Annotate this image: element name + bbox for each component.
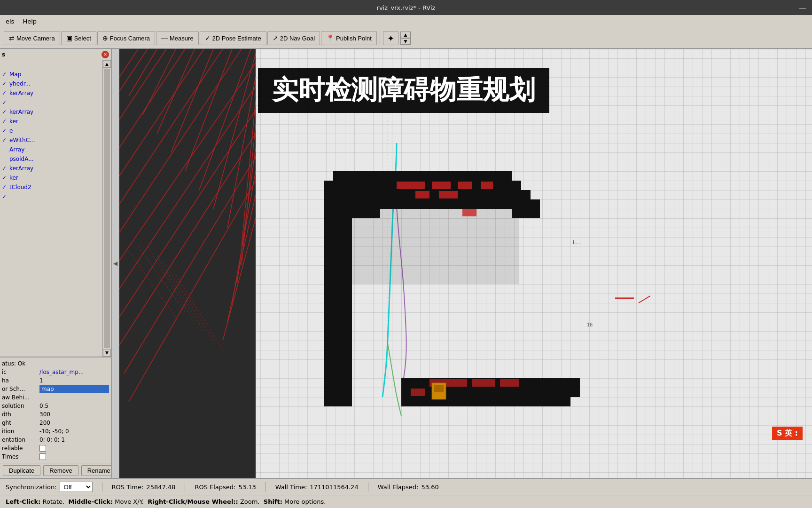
svg-rect-103 bbox=[371, 199, 380, 209]
sidebar-item-psoida[interactable]: psoidA... bbox=[0, 154, 111, 164]
prop-orientation: entation 0; 0; 0; 1 bbox=[2, 436, 109, 444]
duplicate-button[interactable]: Duplicate bbox=[3, 465, 40, 476]
prop-drawbehi: aw Behi... bbox=[2, 393, 109, 402]
svg-rect-117 bbox=[502, 199, 512, 209]
menu-help[interactable]: Help bbox=[19, 17, 40, 26]
check-4: ✓ bbox=[2, 99, 9, 106]
sidebar-close-button[interactable]: × bbox=[102, 51, 109, 58]
svg-rect-100 bbox=[343, 199, 352, 209]
toolbar-up-arrow[interactable]: ▲ bbox=[400, 32, 411, 38]
svg-rect-170 bbox=[333, 341, 343, 350]
wall-time-value: 1711011564.24 bbox=[310, 484, 358, 491]
sidebar-item-4[interactable]: ✓ bbox=[0, 98, 111, 107]
sidebar-item-kerarray3[interactable]: ✓ kerArray bbox=[0, 164, 111, 173]
sidebar-item-yhedr[interactable]: ✓ yhedr... bbox=[0, 79, 111, 88]
move-camera-icon: ⇄ bbox=[9, 34, 15, 42]
svg-rect-114 bbox=[474, 199, 484, 209]
label-ewithc: eWithC... bbox=[9, 137, 102, 143]
prop-reliable-checkbox[interactable] bbox=[39, 445, 46, 452]
focus-camera-label: Focus Camera bbox=[110, 35, 150, 42]
prop-position-value: -10; -50; 0 bbox=[39, 428, 109, 435]
watermark: S 英 : bbox=[772, 427, 803, 440]
svg-rect-139 bbox=[324, 246, 333, 256]
wall-time-section: Wall Time: 1711011564.24 bbox=[275, 484, 359, 491]
svg-rect-93 bbox=[484, 190, 493, 199]
scrollbar-down[interactable]: ▼ bbox=[103, 349, 111, 357]
sidebar-item-array[interactable]: Array bbox=[0, 145, 111, 154]
ros-time-label: ROS Time: bbox=[112, 484, 144, 491]
prop-resolution: solution 0.5 bbox=[2, 402, 109, 410]
prop-times-checkbox[interactable] bbox=[39, 453, 46, 460]
svg-rect-47 bbox=[437, 171, 446, 181]
ros-elapsed-value: 53.13 bbox=[239, 484, 256, 491]
menu-els[interactable]: els bbox=[2, 17, 18, 26]
scrollbar-up[interactable]: ▲ bbox=[103, 60, 111, 68]
prop-topic-value: /los_astar_mp... bbox=[39, 369, 109, 375]
prop-colorscheme-label: or Sch... bbox=[2, 386, 39, 392]
svg-rect-155 bbox=[333, 294, 343, 303]
svg-rect-50 bbox=[465, 171, 474, 181]
svg-rect-40 bbox=[371, 171, 380, 181]
toolbar-down-arrow[interactable]: ▼ bbox=[400, 38, 411, 45]
svg-rect-128 bbox=[521, 209, 531, 218]
rename-button[interactable]: Rename bbox=[81, 465, 112, 476]
statusbar: Synchronization: Off Exact ROS Time: 258… bbox=[0, 478, 812, 495]
svg-rect-149 bbox=[333, 275, 343, 284]
sidebar-scrollbar[interactable]: ▲ ▼ bbox=[102, 60, 111, 357]
minimize-button[interactable]: — bbox=[797, 3, 808, 12]
svg-rect-76 bbox=[324, 190, 333, 199]
sidebar-item-ker[interactable]: ✓ ker bbox=[0, 117, 111, 126]
sidebar-item-kerarray2[interactable]: ✓ kerArray bbox=[0, 107, 111, 117]
sync-select[interactable]: Off Exact bbox=[60, 482, 93, 492]
select-button[interactable]: ▣ Select bbox=[61, 31, 96, 45]
svg-rect-98 bbox=[324, 199, 333, 209]
svg-rect-165 bbox=[343, 322, 352, 331]
viewport-collapse-arrow[interactable]: ◀ bbox=[112, 49, 119, 478]
3d-viewport[interactable]: 实时检测障碍物重规划 bbox=[119, 49, 812, 478]
measure-button[interactable]: — Measure bbox=[156, 31, 199, 45]
label-e: e bbox=[9, 127, 102, 134]
svg-rect-144 bbox=[343, 256, 352, 265]
toolbar: ⇄ Move Camera ▣ Select ⊕ Focus Camera — … bbox=[0, 28, 812, 49]
toolbar-plus-icon[interactable]: ✦ bbox=[383, 31, 398, 45]
svg-text:16: 16 bbox=[587, 322, 593, 327]
svg-rect-131 bbox=[333, 218, 343, 228]
sidebar-item-tcloud2[interactable]: ✓ tCloud2 bbox=[0, 183, 111, 192]
remove-button[interactable]: Remove bbox=[43, 465, 78, 476]
pose-estimate-button[interactable]: ✓ 2D Pose Estimate bbox=[200, 31, 266, 45]
svg-rect-43 bbox=[399, 171, 408, 181]
label-kerarray2: kerArray bbox=[9, 109, 102, 115]
prop-colorscheme-value[interactable]: map bbox=[39, 385, 109, 393]
publish-point-button[interactable]: 📍 Publish Point bbox=[321, 31, 377, 45]
sidebar-item-last[interactable]: ✓ bbox=[0, 192, 111, 201]
svg-rect-156 bbox=[343, 294, 352, 303]
label-ker2: ker bbox=[9, 175, 102, 181]
move-camera-button[interactable]: ⇄ Move Camera bbox=[4, 31, 60, 45]
sidebar-item-map[interactable]: ✓ Map bbox=[0, 70, 111, 79]
nav-goal-button[interactable]: ↗ 2D Nav Goal bbox=[267, 31, 320, 45]
focus-camera-button[interactable]: ⊕ Focus Camera bbox=[97, 31, 155, 45]
svg-rect-169 bbox=[324, 341, 333, 350]
prop-resolution-label: solution bbox=[2, 403, 39, 409]
svg-rect-135 bbox=[343, 228, 352, 237]
wall-elapsed-value: 53.60 bbox=[421, 484, 438, 491]
sync-section: Synchronization: Off Exact bbox=[6, 482, 93, 492]
check-map: ✓ bbox=[2, 71, 9, 78]
svg-rect-125 bbox=[361, 209, 371, 218]
sidebar-item-e[interactable]: ✓ e bbox=[0, 126, 111, 135]
status-sep-1 bbox=[102, 482, 102, 492]
scrollbar-thumb[interactable] bbox=[104, 69, 110, 348]
check-tcloud2: ✓ bbox=[2, 184, 9, 190]
svg-rect-107 bbox=[408, 199, 418, 209]
check-ker: ✓ bbox=[2, 118, 9, 125]
sidebar-item-0[interactable] bbox=[0, 60, 111, 70]
status-sep-2 bbox=[185, 482, 185, 492]
svg-rect-110 bbox=[437, 199, 446, 209]
sidebar-item-kerarray1[interactable]: ✓ kerArray bbox=[0, 88, 111, 98]
sidebar-item-ker2[interactable]: ✓ ker bbox=[0, 173, 111, 183]
sidebar-scroll-area[interactable]: ▲ ▼ ✓ Map ✓ yhedr... ✓ kerArray bbox=[0, 60, 111, 357]
wall-elapsed-section: Wall Elapsed: 53.60 bbox=[378, 484, 439, 491]
check-kerarray3: ✓ bbox=[2, 165, 9, 172]
sidebar-item-ewithc[interactable]: ✓ eWithC... bbox=[0, 135, 111, 145]
svg-rect-152 bbox=[333, 284, 343, 294]
